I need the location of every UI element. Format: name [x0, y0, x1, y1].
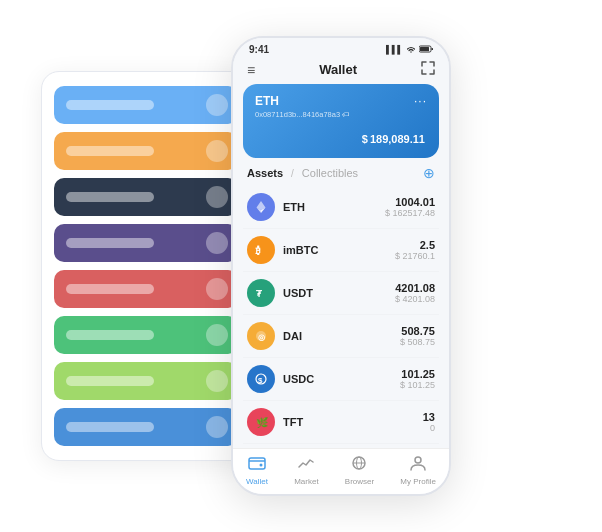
- svg-text:◎: ◎: [258, 333, 265, 342]
- asset-amount: 508.75: [400, 325, 435, 337]
- nav-market[interactable]: Market: [294, 455, 318, 486]
- dot-decoration: [206, 278, 228, 300]
- bar-decoration: [66, 146, 154, 156]
- stack-item: [54, 270, 238, 308]
- stack-item: [54, 224, 238, 262]
- balance-amount: 189,089.11: [370, 133, 425, 145]
- scene: 9:41 ▌▌▌ ≡ Wallet ETH ···: [11, 11, 591, 521]
- list-item[interactable]: ₮ USDT 4201.08 $ 4201.08: [243, 272, 439, 315]
- svg-rect-13: [249, 458, 265, 469]
- eth-card[interactable]: ETH ··· 0x08711d3b...8416a78a3 🏷 $189,08…: [243, 84, 439, 158]
- bottom-nav: Wallet Market Browser My Profile: [233, 448, 449, 494]
- assets-tabs: Assets / Collectibles: [247, 167, 358, 179]
- asset-list: ETH 1004.01 $ 162517.48 ₿ imBTC 2.5 $ 21…: [233, 186, 449, 448]
- asset-usd: $ 101.25: [400, 380, 435, 390]
- asset-usd: $ 508.75: [400, 337, 435, 347]
- usdc-icon: $: [247, 365, 275, 393]
- svg-text:🌿: 🌿: [256, 416, 268, 429]
- dai-icon: ◎: [247, 322, 275, 350]
- list-item[interactable]: ETH 1004.01 $ 162517.48: [243, 186, 439, 229]
- wifi-icon: [406, 45, 416, 55]
- tab-assets[interactable]: Assets: [247, 167, 283, 179]
- asset-usd: $ 162517.48: [385, 208, 435, 218]
- bar-decoration: [66, 422, 154, 432]
- list-item[interactable]: ₿ imBTC 2.5 $ 21760.1: [243, 229, 439, 272]
- dot-decoration: [206, 186, 228, 208]
- nav-market-label: Market: [294, 477, 318, 486]
- imbtc-icon: ₿: [247, 236, 275, 264]
- expand-icon[interactable]: [421, 61, 435, 78]
- asset-amount: 2.5: [395, 239, 435, 251]
- currency-symbol: $: [362, 133, 368, 145]
- stack-item: [54, 132, 238, 170]
- svg-rect-2: [432, 48, 434, 50]
- bar-decoration: [66, 238, 154, 248]
- stack-item: [54, 86, 238, 124]
- asset-symbol: imBTC: [283, 244, 395, 256]
- nav-browser[interactable]: Browser: [345, 455, 374, 486]
- asset-symbol: TFT: [283, 416, 423, 428]
- asset-amount: 13: [423, 411, 435, 423]
- battery-icon: [419, 45, 433, 55]
- list-item[interactable]: 🌿 TFT 13 0: [243, 401, 439, 444]
- status-icons: ▌▌▌: [386, 45, 433, 55]
- asset-amounts: 508.75 $ 508.75: [400, 325, 435, 347]
- phone-header: ≡ Wallet: [233, 57, 449, 84]
- asset-usd: $ 4201.08: [395, 294, 435, 304]
- asset-amounts: 101.25 $ 101.25: [400, 368, 435, 390]
- bar-decoration: [66, 376, 154, 386]
- dot-decoration: [206, 416, 228, 438]
- list-item[interactable]: $ USDC 101.25 $ 101.25: [243, 358, 439, 401]
- dot-decoration: [206, 324, 228, 346]
- svg-text:$: $: [258, 376, 263, 385]
- asset-amount: 101.25: [400, 368, 435, 380]
- browser-nav-icon: [350, 455, 368, 475]
- asset-symbol: USDT: [283, 287, 395, 299]
- bar-decoration: [66, 100, 154, 110]
- profile-nav-icon: [409, 455, 427, 475]
- signal-icon: ▌▌▌: [386, 45, 403, 54]
- asset-usd: 0: [423, 423, 435, 433]
- asset-symbol: ETH: [283, 201, 385, 213]
- asset-symbol: DAI: [283, 330, 400, 342]
- bar-decoration: [66, 284, 154, 294]
- svg-point-18: [415, 457, 421, 463]
- menu-icon[interactable]: ≡: [247, 62, 255, 78]
- asset-amounts: 2.5 $ 21760.1: [395, 239, 435, 261]
- stack-item: [54, 362, 238, 400]
- nav-wallet-label: Wallet: [246, 477, 268, 486]
- stack-item: [54, 178, 238, 216]
- phone-frame: 9:41 ▌▌▌ ≡ Wallet ETH ···: [231, 36, 451, 496]
- usdt-icon: ₮: [247, 279, 275, 307]
- eth-balance: $189,089.11: [255, 125, 427, 148]
- svg-point-14: [260, 464, 263, 467]
- asset-amounts: 13 0: [423, 411, 435, 433]
- stack-item: [54, 316, 238, 354]
- dot-decoration: [206, 232, 228, 254]
- card-stack: [41, 71, 251, 461]
- dot-decoration: [206, 370, 228, 392]
- dot-decoration: [206, 140, 228, 162]
- eth-label: ETH: [255, 94, 279, 108]
- tab-collectibles[interactable]: Collectibles: [302, 167, 358, 179]
- status-bar: 9:41 ▌▌▌: [233, 38, 449, 57]
- eth-card-top: ETH ···: [255, 94, 427, 108]
- asset-amounts: 1004.01 $ 162517.48: [385, 196, 435, 218]
- bar-decoration: [66, 330, 154, 340]
- eth-address: 0x08711d3b...8416a78a3 🏷: [255, 110, 427, 119]
- asset-amount: 4201.08: [395, 282, 435, 294]
- page-title: Wallet: [319, 62, 357, 77]
- dot-decoration: [206, 94, 228, 116]
- svg-text:₿: ₿: [255, 245, 261, 256]
- market-nav-icon: [297, 455, 315, 475]
- eth-options[interactable]: ···: [414, 94, 427, 108]
- add-asset-button[interactable]: ⊕: [423, 166, 435, 180]
- tab-separator: /: [291, 168, 294, 179]
- nav-browser-label: Browser: [345, 477, 374, 486]
- asset-amount: 1004.01: [385, 196, 435, 208]
- bar-decoration: [66, 192, 154, 202]
- nav-wallet[interactable]: Wallet: [246, 455, 268, 486]
- nav-profile[interactable]: My Profile: [400, 455, 436, 486]
- list-item[interactable]: ◎ DAI 508.75 $ 508.75: [243, 315, 439, 358]
- tft-icon: 🌿: [247, 408, 275, 436]
